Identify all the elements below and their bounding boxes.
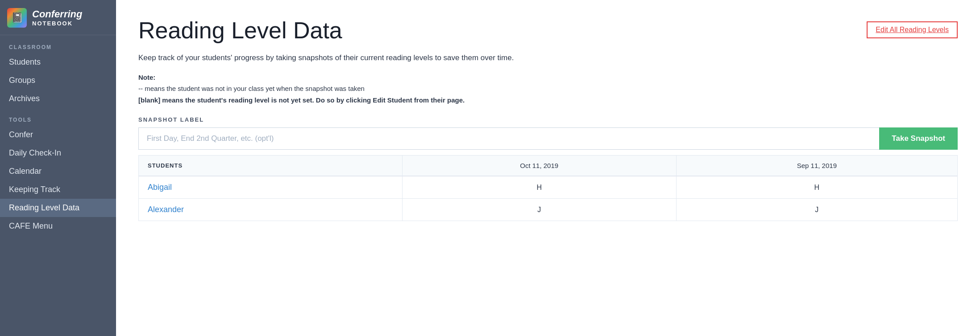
sidebar-item-calendar[interactable]: Calendar — [0, 162, 116, 180]
sidebar-item-students[interactable]: Students — [0, 53, 116, 71]
app-title: Conferring — [32, 8, 82, 20]
edit-all-reading-levels-button[interactable]: Edit All Reading Levels — [867, 21, 958, 38]
student-name-abigail[interactable]: Abigail — [139, 176, 403, 199]
app-subtitle: NOTEBOOK — [32, 20, 82, 27]
snapshot-label-input[interactable] — [138, 127, 879, 150]
level-abigail-oct: H — [402, 176, 676, 199]
sidebar: 📓 Conferring NOTEBOOK CLASSROOM Students… — [0, 0, 116, 336]
reading-level-table: STUDENTS Oct 11, 2019 Sep 11, 2019 Abiga… — [138, 155, 958, 221]
take-snapshot-button[interactable]: Take Snapshot — [879, 127, 958, 150]
note-label: Note: — [138, 74, 155, 81]
app-logo-icon: 📓 — [7, 8, 27, 28]
page-header: Reading Level Data Edit All Reading Leve… — [138, 18, 958, 43]
app-logo-text: Conferring NOTEBOOK — [32, 8, 82, 27]
snapshot-label-section: SNAPSHOT LABEL Take Snapshot — [138, 116, 958, 150]
sidebar-item-archives[interactable]: Archives — [0, 90, 116, 108]
level-abigail-sep: H — [676, 176, 957, 199]
sidebar-section-label-tools: TOOLS — [0, 108, 116, 126]
sidebar-item-keeping-track[interactable]: Keeping Track — [0, 180, 116, 199]
table-row: Alexander J J — [139, 199, 958, 221]
sidebar-section-tools: TOOLS Confer Daily Check-In Calendar Kee… — [0, 108, 116, 235]
sidebar-item-reading-level-data[interactable]: Reading Level Data — [0, 199, 116, 217]
sidebar-section-classroom: CLASSROOM Students Groups Archives — [0, 35, 116, 108]
sidebar-item-cafe-menu[interactable]: CAFE Menu — [0, 217, 116, 235]
col-sep2019: Sep 11, 2019 — [676, 156, 957, 176]
level-alexander-sep: J — [676, 199, 957, 221]
page-title: Reading Level Data — [138, 18, 342, 43]
note-line1: -- means the student was not in your cla… — [138, 85, 365, 92]
note-block: Note: -- means the student was not in yo… — [138, 72, 958, 106]
note-line2: [blank] means the student's reading leve… — [138, 96, 465, 104]
student-name-alexander[interactable]: Alexander — [139, 199, 403, 221]
col-oct2019: Oct 11, 2019 — [402, 156, 676, 176]
sidebar-item-confer[interactable]: Confer — [0, 126, 116, 144]
col-students: STUDENTS — [139, 156, 403, 176]
snapshot-input-row: Take Snapshot — [138, 127, 958, 150]
sidebar-logo: 📓 Conferring NOTEBOOK — [0, 0, 116, 35]
main-content: Reading Level Data Edit All Reading Leve… — [116, 0, 980, 336]
table-header-row: STUDENTS Oct 11, 2019 Sep 11, 2019 — [139, 156, 958, 176]
sidebar-section-label-classroom: CLASSROOM — [0, 35, 116, 53]
page-description: Keep track of your students' progress by… — [138, 52, 958, 64]
sidebar-item-groups[interactable]: Groups — [0, 71, 116, 90]
sidebar-item-daily-checkin[interactable]: Daily Check-In — [0, 144, 116, 162]
snapshot-label-title: SNAPSHOT LABEL — [138, 116, 958, 123]
table-row: Abigail H H — [139, 176, 958, 199]
level-alexander-oct: J — [402, 199, 676, 221]
